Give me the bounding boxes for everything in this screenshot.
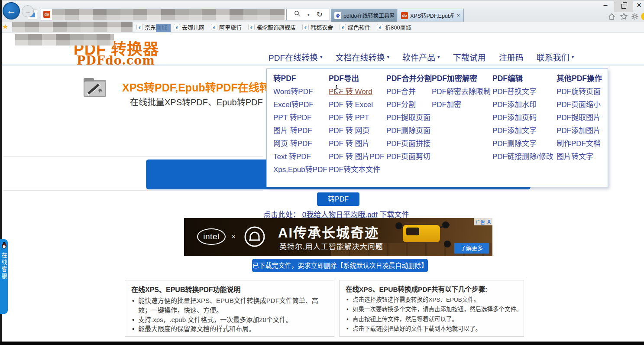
restore-icon bbox=[621, 4, 626, 9]
menu-item[interactable]: Xps,Epub转PDF bbox=[273, 163, 327, 176]
menu-item[interactable]: 网页 转PDF bbox=[273, 137, 327, 150]
menu-item[interactable]: PDF分割 bbox=[386, 98, 432, 111]
nav-download-trial[interactable]: 下载试用 bbox=[453, 51, 486, 63]
gear-icon[interactable] bbox=[630, 12, 640, 21]
ie-favicon: e bbox=[302, 24, 309, 30]
chevron-down-icon: ▾ bbox=[387, 54, 390, 60]
search-dropdown-caret-icon[interactable]: ▾ bbox=[307, 13, 310, 17]
ad-close-icon[interactable]: X bbox=[487, 219, 491, 225]
drone-canopy bbox=[406, 228, 419, 235]
menu-item[interactable]: PDF添加图片 bbox=[557, 124, 602, 137]
back-button[interactable]: ← bbox=[3, 2, 20, 20]
ad-subline: 英特尔,用人工智能解决大问题 bbox=[279, 241, 383, 251]
dropdown-column-merge-split: PDF合并分割 PDF合并 PDF分割 PDF提取页面 PDF删除页面 PDF页… bbox=[386, 72, 432, 163]
menu-item[interactable]: PDF提取页面 bbox=[386, 111, 432, 124]
search-controls: ▾ ↻ bbox=[287, 9, 330, 20]
do-favicon: do bbox=[401, 12, 408, 19]
menu-item[interactable]: PDF页面剪切 bbox=[386, 150, 432, 163]
menu-item[interactable]: PDF替换文字 bbox=[492, 85, 553, 98]
bookmark-star-icon[interactable]: ★ bbox=[2, 23, 8, 31]
menu-item[interactable]: PDF 转 网页 bbox=[329, 124, 384, 137]
tab-close-icon[interactable]: × bbox=[456, 12, 460, 19]
close-button[interactable]: ✕ bbox=[634, 0, 644, 10]
menu-item[interactable]: PPT 转PDF bbox=[273, 111, 327, 124]
panel-divider bbox=[3, 156, 263, 157]
dropdown-header: PDF编辑 bbox=[492, 72, 553, 85]
menu-item[interactable]: PDF转文本文件 bbox=[329, 163, 384, 176]
dropdown-header: 其他PDF操作 bbox=[557, 72, 602, 85]
nav-license-code[interactable]: 注册码 bbox=[499, 51, 524, 63]
forward-button[interactable]: → bbox=[22, 5, 34, 17]
dropdown-column-edit: PDF编辑 PDF替换文字 PDF添加水印 PDF添加页码 PDF添加文字 PD… bbox=[492, 72, 553, 163]
info-bullet: 能快速方便的批量把XPS、EPUB文件转换成PDF文件简单、高效；一键操作，快速… bbox=[131, 296, 328, 315]
hand-cursor-icon bbox=[333, 85, 341, 96]
menu-item[interactable]: PDF删除页面 bbox=[386, 124, 432, 137]
menu-item[interactable]: PDF删除文字 bbox=[492, 137, 553, 150]
tab-xps-epub-active[interactable]: do XPS转PDF,Epub转... × bbox=[398, 9, 464, 22]
site-logo-domain[interactable]: PDFdo.com bbox=[77, 54, 155, 67]
ad-headline: AI传承长城奇迹 bbox=[278, 222, 379, 241]
dropdown-column-other: 其他PDF操作 PDF旋转页面 PDF页面缩小 PDF提取图片 PDF添加图片 … bbox=[557, 72, 602, 163]
menu-item[interactable]: 制作PDF文档 bbox=[557, 137, 602, 150]
online-service-label: 在线客服 bbox=[0, 252, 8, 280]
menu-item[interactable]: PDF添加水印 bbox=[492, 98, 553, 111]
favorites-star-icon[interactable] bbox=[618, 12, 629, 21]
menu-item[interactable]: PDF 转 PPT bbox=[329, 111, 384, 124]
drone-rotor bbox=[442, 221, 449, 228]
menu-item[interactable]: PDF加密 bbox=[432, 98, 491, 111]
ie-favicon: e bbox=[248, 24, 255, 30]
minimize-button[interactable]: – bbox=[599, 0, 612, 10]
nav-software-products[interactable]: 软件产品▾ bbox=[402, 51, 440, 63]
qq-penguin-icon bbox=[1, 242, 7, 251]
tab-pdfdo-home[interactable]: pdfdo在线转换工具网... bbox=[331, 9, 397, 22]
online-service-tab[interactable]: 在线客服 bbox=[0, 239, 8, 314]
menu-item[interactable]: PDF提取图片 bbox=[557, 111, 602, 124]
blurred-url-region bbox=[52, 9, 285, 20]
menu-item[interactable]: PDF旋转页面 bbox=[557, 85, 602, 98]
bookmark-item[interactable]: e阿里旅行 bbox=[211, 23, 242, 31]
bookmark-item[interactable]: e绿色软件 bbox=[340, 23, 370, 31]
nav-pdf-online-convert[interactable]: PDF在线转换▾ bbox=[269, 51, 323, 63]
menu-item[interactable]: PDF解密去除限制 bbox=[432, 85, 491, 98]
home-icon[interactable] bbox=[606, 12, 617, 21]
ie-favicon: e bbox=[340, 24, 346, 30]
bookmark-item[interactable]: e去哪儿网 bbox=[174, 23, 204, 31]
refresh-icon[interactable]: ↻ bbox=[317, 11, 323, 18]
dropdown-header: PDF加密解密 bbox=[432, 72, 491, 85]
chevron-down-icon: ▾ bbox=[320, 54, 323, 60]
ad-banner[interactable]: intel × AI传承长城奇迹 英特尔,用人工智能解决大问题 了解更多 广告 … bbox=[184, 218, 492, 256]
nav-contact-us[interactable]: 联系我们▾ bbox=[537, 51, 574, 63]
delete-notice-banner[interactable]: 已下载完文件，要求立即删除【系统默认次日凌晨自动删除】 bbox=[252, 259, 428, 272]
convert-to-pdf-button[interactable]: 转PDF bbox=[317, 192, 359, 206]
menu-item[interactable]: PDF 转 Excel bbox=[329, 98, 384, 111]
baidu-paw-icon bbox=[334, 12, 341, 19]
ad-learn-more-button[interactable]: 了解更多 bbox=[454, 243, 489, 254]
menu-item[interactable]: PDF页面拼接 bbox=[386, 137, 432, 150]
menu-item[interactable]: Excel转PDF bbox=[273, 98, 327, 111]
ie-favicon: e bbox=[211, 24, 217, 30]
bookmark-item[interactable]: e骆驼服饰旗舰店 bbox=[248, 23, 296, 31]
browser-window: ← → do ▾ ↻ pdfdo在线转换工具网... do XPS转PDF,Ep… bbox=[0, 0, 644, 345]
menu-item[interactable]: PDF页面缩小 bbox=[557, 98, 602, 111]
menu-item[interactable]: PDF链接删除/修改 bbox=[492, 150, 553, 163]
menu-item[interactable]: PDF 转 图片 bbox=[329, 137, 384, 150]
page-subtitle: 在线批量XPS转PDF、Epub转PDF bbox=[130, 95, 263, 108]
intel-logo: intel bbox=[197, 228, 226, 245]
ad-label: 广告 bbox=[476, 218, 485, 225]
menu-item[interactable]: PDF合并 bbox=[386, 85, 432, 98]
video-edge bbox=[0, 342, 644, 345]
bookmark-item[interactable]: e韩都衣舍 bbox=[302, 23, 333, 31]
blurred-cell bbox=[156, 24, 171, 32]
search-icon[interactable] bbox=[294, 10, 301, 19]
menu-item[interactable]: 图片转文字 bbox=[557, 150, 602, 163]
pdf-convert-dropdown-menu: 转PDF Word转PDF Excel转PDF PPT 转PDF 图片 转PDF… bbox=[266, 68, 608, 187]
menu-item[interactable]: PDF添加页码 bbox=[492, 111, 553, 124]
bookmark-item[interactable]: e折800商城 bbox=[377, 23, 411, 31]
restore-button[interactable] bbox=[614, 0, 633, 12]
menu-item[interactable]: PDF 转 图片PDF bbox=[329, 150, 384, 163]
menu-item[interactable]: Text 转PDF bbox=[273, 150, 327, 163]
menu-item[interactable]: PDF添加文字 bbox=[492, 124, 553, 137]
menu-item[interactable]: Word转PDF bbox=[273, 85, 327, 98]
menu-item[interactable]: 图片 转PDF bbox=[273, 124, 327, 137]
nav-doc-online-convert[interactable]: 文档在线转换▾ bbox=[336, 51, 390, 63]
